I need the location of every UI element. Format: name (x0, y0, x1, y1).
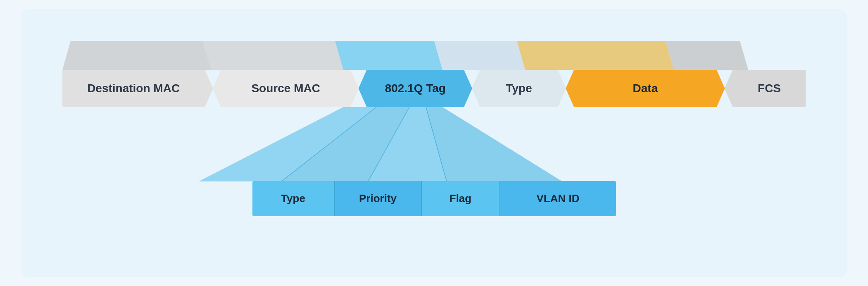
fcs-cell: FCS (725, 70, 806, 107)
detail-vlan-label: VLAN ID (537, 192, 580, 205)
data-label: Data (633, 82, 658, 95)
svg-marker-2 (335, 41, 442, 70)
fcs-label: FCS (758, 82, 781, 95)
type-cell: Type (472, 70, 566, 107)
frame-row: Destination MAC Source MAC 802.1Q Tag Ty… (62, 70, 806, 107)
detail-type-label: Type (281, 192, 305, 205)
svg-marker-4 (517, 41, 674, 70)
src-mac-cell: Source MAC (213, 70, 359, 107)
detail-priority-label: Priority (359, 192, 397, 205)
svg-marker-3 (434, 41, 525, 70)
type-label: Type (506, 82, 532, 95)
connector-area (62, 107, 806, 181)
detail-type-cell: Type (252, 181, 335, 216)
dest-mac-cell: Destination MAC (62, 70, 213, 107)
dest-mac-label: Destination MAC (87, 82, 180, 95)
src-mac-label: Source MAC (251, 82, 320, 95)
diagram-container: Destination MAC Source MAC 802.1Q Tag Ty… (21, 9, 847, 277)
data-cell: Data (566, 70, 725, 107)
svg-marker-10 (426, 107, 562, 181)
detail-priority-cell: Priority (335, 181, 422, 216)
svg-marker-0 (62, 41, 211, 70)
8021q-cell: 802.1Q Tag (359, 70, 472, 107)
diagram: Destination MAC Source MAC 802.1Q Tag Ty… (62, 70, 806, 216)
detail-flag-cell: Flag (422, 181, 500, 216)
detail-flag-label: Flag (449, 192, 471, 205)
8021q-label: 802.1Q Tag (385, 82, 446, 95)
detail-vlan-cell: VLAN ID (500, 181, 616, 216)
svg-marker-5 (666, 41, 748, 70)
svg-marker-1 (203, 41, 343, 70)
connector-svg (62, 107, 806, 181)
detail-row: Type Priority Flag VLAN ID (252, 181, 616, 216)
